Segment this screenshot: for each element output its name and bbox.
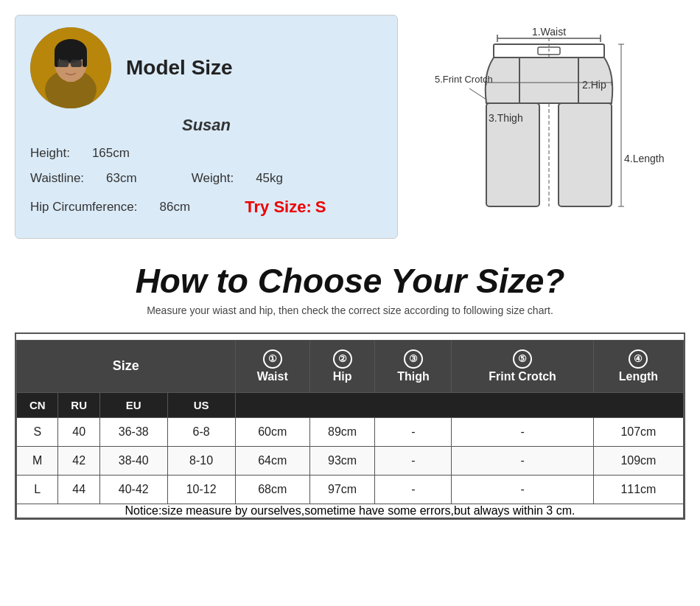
avatar [30,27,111,108]
try-size-value: S [315,198,326,216]
cell-l-hip: 97cm [309,475,375,504]
svg-rect-16 [519,58,578,103]
choose-subtitle: Measure your wiast and hip, then check t… [15,304,685,316]
svg-rect-8 [71,60,82,67]
cell-s-cn: S [17,417,58,446]
choose-title: How to Choose Your Size? [15,261,685,302]
size-table-element: Size ① Waist ② Hip ③ Thigh [16,334,684,518]
us-header: US [167,392,235,417]
spacer-row [17,334,684,340]
hip-circle: ② [333,349,352,369]
cell-l-us: 10-12 [167,475,235,504]
waistline-label: Waistline: [30,166,84,191]
table-row: M 42 38-40 8-10 64cm 93cm - - 109cm [17,446,684,475]
cell-l-waist: 68cm [235,475,309,504]
model-name: Susan [30,116,382,135]
table-row: L 44 40-42 10-12 68cm 97cm - - 111cm [17,475,684,504]
hip-diagram-label: 2.Hip [582,79,606,91]
svg-rect-6 [83,51,87,67]
hip-value: 86cm [160,195,191,220]
cell-m-us: 8-10 [167,446,235,475]
weight-label: Weight: [192,166,234,191]
waist-circle: ① [263,349,282,369]
height-value: 165cm [92,141,130,166]
try-size-label: Try Size: [245,198,311,216]
thigh-col-label: Thigh [397,370,430,383]
table-header-row-2: CN RU EU US [17,392,684,417]
model-card: Model Size Susan Height:165cm Waistline:… [15,15,398,239]
svg-point-4 [55,39,87,63]
model-title: Model Size [126,56,233,80]
thigh-circle: ③ [404,349,423,369]
table-header-row-1: Size ① Waist ② Hip ③ Thigh [17,340,684,392]
cell-m-length: 109cm [593,446,683,475]
cn-header: CN [17,392,58,417]
pants-diagram-svg: 1.Waist 2.Hip [424,22,674,236]
model-stats: Height:165cm Waistline:63cm Weight:45kg … [30,141,382,223]
hip-col-label: Hip [333,370,352,383]
try-size: Try Size: S [245,191,326,223]
cell-s-length: 107cm [593,417,683,446]
length-col-header: ④ Length [593,340,683,392]
notice-row: Notice:size measure by ourselves,sometim… [17,504,684,518]
cell-l-crotch: - [452,475,593,504]
cell-m-crotch: - [452,446,593,475]
waist-label: 1.Waist [532,26,566,38]
cell-m-waist: 64cm [235,446,309,475]
svg-line-23 [469,88,486,100]
cell-s-hip: 89cm [309,417,375,446]
crotch-col-header: ⑤ Frint Crotch [452,340,593,392]
eu-header: EU [99,392,167,417]
hip-label: Hip Circumference: [30,195,138,220]
waist-col-label: Waist [257,370,288,383]
table-row: S 40 36-38 6-8 60cm 89cm - - 107cm [17,417,684,446]
cell-l-thigh: - [375,475,452,504]
waistline-value: 63cm [106,166,137,191]
svg-rect-18 [559,103,612,206]
hip-col-header: ② Hip [309,340,375,392]
cell-s-ru: 40 [58,417,99,446]
model-card-header: Model Size [30,27,382,108]
ru-header: RU [58,392,99,417]
length-diagram-label: 4.Length [624,153,665,164]
thigh-diagram-label: 3.Thigh [489,112,523,124]
height-label: Height: [30,141,70,166]
cell-m-ru: 42 [58,446,99,475]
svg-rect-7 [57,60,69,67]
choose-section: How to Choose Your Size? Measure your wi… [0,254,700,332]
cell-l-cn: L [17,475,58,504]
length-col-label: Length [619,370,658,383]
height-row: Height:165cm [30,141,382,166]
length-circle: ④ [629,349,648,369]
size-col-header: Size [17,340,236,392]
diagram-section: 1.Waist 2.Hip [413,15,685,236]
crotch-circle: ⑤ [513,349,532,369]
model-size-heading: Model Size [126,56,233,80]
cell-s-crotch: - [452,417,593,446]
thigh-col-header: ③ Thigh [375,340,452,392]
waist-col-header: ① Waist [235,340,309,392]
cell-m-eu: 38-40 [99,446,167,475]
cell-s-eu: 36-38 [99,417,167,446]
cell-m-thigh: - [375,446,452,475]
waist-weight-row: Waistline:63cm Weight:45kg [30,166,382,191]
cell-s-us: 6-8 [167,417,235,446]
cell-l-eu: 40-42 [99,475,167,504]
cell-l-ru: 44 [58,475,99,504]
hip-try-row: Hip Circumference:86cm Try Size: S [30,191,382,223]
notice-text: Notice:size measure by ourselves,sometim… [17,504,684,518]
crotch-col-label: Frint Crotch [489,370,556,383]
cell-s-waist: 60cm [235,417,309,446]
cell-m-hip: 93cm [309,446,375,475]
cell-s-thigh: - [375,417,452,446]
cell-m-cn: M [17,446,58,475]
weight-value: 45kg [256,166,283,191]
top-section: Model Size Susan Height:165cm Waistline:… [0,0,700,254]
cell-l-length: 111cm [593,475,683,504]
frint-crotch-label: 5.Frint Crotch [435,74,493,85]
size-table: Size ① Waist ② Hip ③ Thigh [15,332,685,520]
